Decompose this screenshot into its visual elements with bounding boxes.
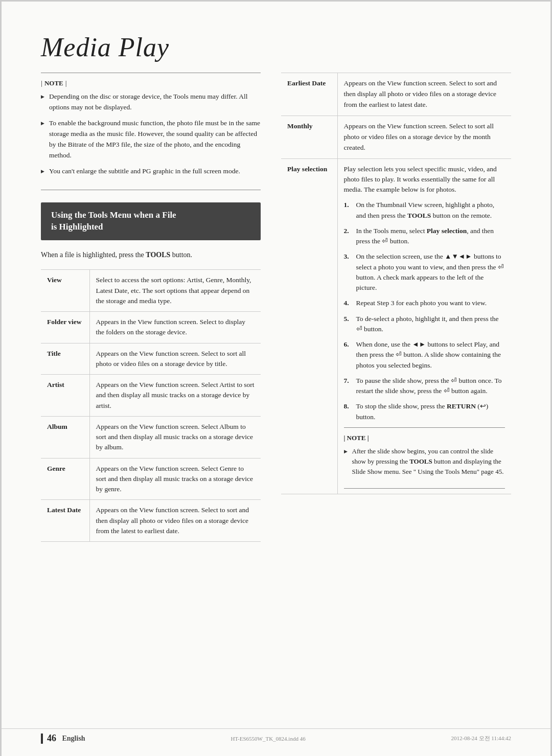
play-selection-intro: Play selection lets you select specific …	[344, 164, 505, 195]
note-list-top: Depending on the disc or storage device,…	[41, 91, 261, 176]
step-num-1: 2.	[344, 226, 353, 247]
menu-label-0: View	[41, 270, 89, 312]
step-1: 2.In the Tools menu, select Play selecti…	[344, 226, 505, 247]
right-desc-0: Appears on the View function screen. Sel…	[337, 73, 511, 116]
menu-label-1: Folder view	[41, 312, 89, 343]
note-item-2: To enable the background music function,…	[41, 118, 261, 161]
step-text-4: To de-select a photo, highlight it, and …	[356, 314, 505, 335]
menu-row-0: ViewSelect to access the sort options: A…	[41, 270, 261, 312]
step-text-1: In the Tools menu, select Play selection…	[356, 226, 505, 247]
menu-desc-0: Select to access the sort options: Artis…	[89, 270, 261, 312]
step-text-2: On the selection screen, use the ▲▼◄► bu…	[356, 251, 505, 293]
page-bar	[41, 734, 43, 744]
step-num-3: 4.	[344, 298, 353, 308]
page-title: Media Play	[41, 32, 511, 62]
step-num-2: 3.	[344, 251, 353, 293]
step-text-6: To pause the slide show, press the ⏎ but…	[356, 376, 505, 397]
note-item-3: You can't enlarge the subtitle and PG gr…	[41, 166, 261, 177]
footer-language	[58, 735, 60, 743]
step-7: 8.To stop the slide show, press the RETU…	[344, 401, 505, 422]
right-desc-2: Play selection lets you select specific …	[337, 158, 511, 494]
footer-file: HT-ES6550W_TK_0824.indd 46	[231, 736, 305, 742]
step-text-0: On the Thumbnail View screen, highlight …	[356, 200, 505, 221]
right-row-1: MonthlyAppears on the View function scre…	[281, 116, 511, 158]
right-label-0: Earliest Date	[281, 73, 337, 116]
page-title-area: Media Play	[0, 2, 552, 73]
right-desc-1: Appears on the View function screen. Sel…	[337, 116, 511, 158]
content-area: | NOTE | Depending on the disc or storag…	[0, 73, 552, 572]
right-table: Earliest DateAppears on the View functio…	[281, 73, 511, 494]
menu-desc-6: Appears on the View function screen. Sel…	[89, 500, 261, 542]
page-footer: 46 English HT-ES6550W_TK_0824.indd 46 20…	[0, 728, 552, 744]
note-box-top: | NOTE | Depending on the disc or storag…	[41, 73, 261, 190]
right-column: Earliest DateAppears on the View functio…	[281, 73, 511, 542]
menu-label-3: Artist	[41, 375, 89, 417]
right-row-2: Play selectionPlay selection lets you se…	[281, 158, 511, 494]
step-num-5: 6.	[344, 339, 353, 371]
step-text-7: To stop the slide show, press the RETURN…	[356, 401, 505, 422]
menu-row-2: TitleAppears on the View function screen…	[41, 343, 261, 375]
step-num-4: 5.	[344, 314, 353, 335]
pipe-left: |	[41, 79, 42, 87]
menu-desc-5: Appears on the View function screen. Sel…	[89, 458, 261, 500]
menu-row-1: Folder viewAppears in the View function …	[41, 312, 261, 343]
note-bottom-item-0: After the slide show begins, you can con…	[344, 446, 505, 477]
menu-desc-4: Appears on the View function screen. Sel…	[89, 416, 261, 458]
left-border	[0, 0, 2, 756]
note-list-bottom: After the slide show begins, you can con…	[344, 446, 505, 477]
right-label-2: Play selection	[281, 158, 337, 494]
step-4: 5.To de-select a photo, highlight it, an…	[344, 314, 505, 335]
menu-row-6: Latest DateAppears on the View function …	[41, 500, 261, 542]
step-num-0: 1.	[344, 200, 353, 221]
note-label-bottom: | NOTE |	[344, 433, 505, 443]
menu-label-5: Genre	[41, 458, 89, 500]
pipe-right: |	[65, 79, 67, 87]
step-text-5: When done, use the ◄► buttons to select …	[356, 339, 505, 371]
page: Media Play | NOTE | Depending on the dis…	[0, 0, 552, 756]
step-5: 6.When done, use the ◄► buttons to selec…	[344, 339, 505, 371]
step-0: 1.On the Thumbnail View screen, highligh…	[344, 200, 505, 221]
step-num-7: 8.	[344, 401, 353, 422]
heading-line2: is Highlighted	[51, 222, 103, 232]
menu-row-5: GenreAppears on the View function screen…	[41, 458, 261, 500]
menu-table: ViewSelect to access the sort options: A…	[41, 269, 261, 542]
menu-desc-1: Appears in the View function screen. Sel…	[89, 312, 261, 343]
tools-bold: TOOLS	[146, 251, 170, 259]
step-2: 3.On the selection screen, use the ▲▼◄► …	[344, 251, 505, 293]
footer-date: 2012-08-24 오전 11:44:42	[451, 735, 511, 742]
footer-language-text: English	[62, 735, 85, 743]
note-label-top: | NOTE |	[41, 79, 261, 87]
tools-intro: When a file is highlighted, press the TO…	[41, 249, 261, 260]
menu-desc-2: Appears on the View function screen. Sel…	[89, 343, 261, 375]
note-text-top: NOTE	[44, 79, 63, 87]
note-box-bottom: | NOTE |After the slide show begins, you…	[344, 427, 505, 489]
menu-row-3: ArtistAppears on the View function scree…	[41, 375, 261, 417]
menu-label-4: Album	[41, 416, 89, 458]
right-label-1: Monthly	[281, 116, 337, 158]
step-3: 4.Repeat Step 3 for each photo you want …	[344, 298, 505, 308]
step-num-6: 7.	[344, 376, 353, 397]
page-number: 46	[47, 733, 56, 744]
page-number-area: 46 English	[41, 733, 85, 744]
menu-label-6: Latest Date	[41, 500, 89, 542]
right-row-0: Earliest DateAppears on the View functio…	[281, 73, 511, 116]
menu-row-4: AlbumAppears on the View function screen…	[41, 416, 261, 458]
section-heading: Using the Tools Menu when a File is High…	[41, 202, 261, 240]
play-selection-steps: 1.On the Thumbnail View screen, highligh…	[344, 200, 505, 422]
left-column: | NOTE | Depending on the disc or storag…	[41, 73, 261, 542]
note-item-1: Depending on the disc or storage device,…	[41, 91, 261, 113]
menu-desc-3: Appears on the View function screen. Sel…	[89, 375, 261, 417]
step-text-3: Repeat Step 3 for each photo you want to…	[356, 298, 487, 308]
menu-label-2: Title	[41, 343, 89, 375]
step-6: 7.To pause the slide show, press the ⏎ b…	[344, 376, 505, 397]
heading-line1: Using the Tools Menu when a File	[51, 210, 176, 220]
